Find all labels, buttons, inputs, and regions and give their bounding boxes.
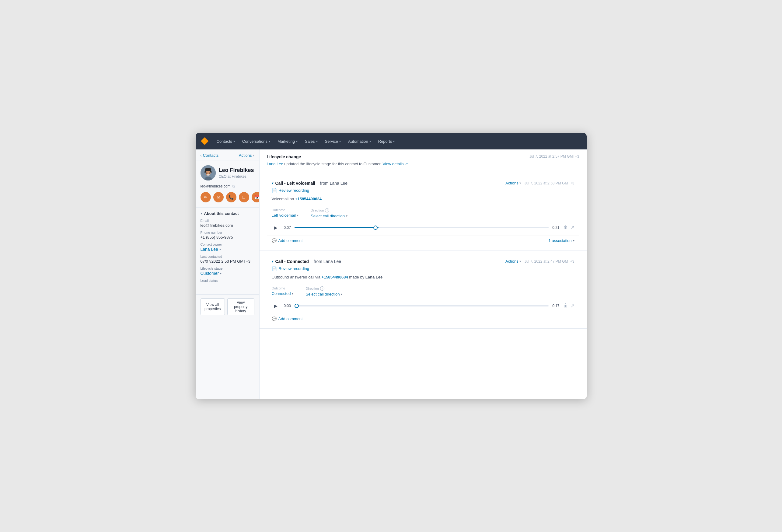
chevron-down-icon: ▾ [297,214,298,217]
nav-item-marketing[interactable]: Marketing ▾ [275,137,300,145]
main-layout: ‹ Contacts Actions ▾ [196,149,586,399]
info-icon[interactable]: i [320,286,324,291]
contact-profile: Leo Firebikes CEO at Firebikes leo@fireb… [196,161,259,208]
svg-rect-4 [206,173,208,174]
comment-icon: 💬 [272,317,277,321]
contact-name: Leo Firebikes [219,167,254,174]
direction-dropdown[interactable]: Select call direction ▾ [306,292,342,296]
field-lead-status: Lead status [201,279,254,288]
direction-dropdown[interactable]: Select call direction ▾ [311,214,348,218]
association-button[interactable]: 1 association ▾ [548,238,574,243]
progress-bar[interactable] [294,305,548,307]
nav-item-sales[interactable]: Sales ▾ [302,137,321,145]
sidebar-header: ‹ Contacts Actions ▾ [196,149,259,161]
play-button[interactable]: ▶ [272,302,280,310]
progress-bar[interactable] [294,227,548,228]
direction-col: Direction i Select call direction ▾ [311,208,348,218]
chevron-left-icon: ‹ [201,153,202,158]
outcome-col: Outcome Connected ▾ [272,286,294,296]
collapse-icon[interactable]: ▾ [272,181,274,185]
activity-header: Lifecycle change Jul 7, 2022 at 2:57 PM … [267,154,579,159]
lifecycle-dropdown[interactable]: Customer ▾ [201,271,254,276]
call-title: Call - Left voicemail from Lana Lee [275,181,348,186]
app-window: 🔶 Contacts ▾ Conversations ▾ Marketing ▾… [196,133,586,399]
chevron-down-icon: ▾ [573,239,574,242]
nav-item-service[interactable]: Service ▾ [322,137,344,145]
nav-item-conversations[interactable]: Conversations ▾ [239,137,273,145]
svg-point-7 [207,174,210,176]
contact-action-icons: ✏ ✉ 📞 □ 📅 ••• [201,192,259,202]
contact-title: CEO at Firebikes [219,174,254,179]
copy-icon[interactable]: ⧉ [232,184,235,188]
delete-icon[interactable]: 🗑 [563,224,568,230]
contact-avatar-row: Leo Firebikes CEO at Firebikes [201,165,254,180]
progress-thumb[interactable] [294,304,299,308]
progress-fill [294,227,379,228]
review-recording-link[interactable]: 📄 Review recording [267,187,579,196]
chevron-down-icon: ▾ [520,260,521,263]
view-details-link[interactable]: View details ↗ [383,162,408,166]
call-header-right: Actions ▾ Jul 7, 2022 at 2:53 PM GMT+3 [505,181,574,185]
chevron-down-icon: ▾ [269,140,270,143]
activity-lifecycle-change: Lifecycle change Jul 7, 2022 at 2:57 PM … [259,149,586,172]
field-lifecycle: Lifecycle stage Customer ▾ [201,267,254,276]
field-owner: Contact owner Lana Lee ▾ [201,243,254,252]
section-collapse-icon[interactable]: ▾ [201,212,202,215]
back-to-contacts[interactable]: ‹ Contacts [201,153,219,158]
delete-icon[interactable]: 🗑 [563,303,568,309]
avatar-image [201,165,216,180]
edit-button[interactable]: ✏ [201,192,211,202]
svg-rect-5 [209,173,210,174]
call-actions-dropdown[interactable]: Actions ▾ [505,259,521,263]
phone-link[interactable]: +15854490634 [295,197,322,201]
top-nav: 🔶 Contacts ▾ Conversations ▾ Marketing ▾… [196,133,586,149]
add-comment-button[interactable]: 💬 Add comment [272,317,303,321]
call-card-left: ▾ Call - Connected from Lana Lee [272,259,342,264]
field-email: Email leo@firebikes.com [201,219,254,228]
hubspot-logo: 🔶 [201,137,209,145]
external-link-icon[interactable]: ↗ [571,303,574,309]
progress-thumb[interactable] [374,225,378,230]
call-footer-voicemail: 💬 Add comment 1 association ▾ [267,236,579,245]
owner-dropdown[interactable]: Lana Lee ▾ [201,247,254,252]
collapse-icon[interactable]: ▾ [272,259,274,263]
task-button[interactable]: □ [239,192,249,202]
player-actions: 🗑 ↗ [563,303,574,309]
call-actions-dropdown[interactable]: Actions ▾ [505,181,521,185]
sidebar-buttons: View all properties View property histor… [196,295,259,319]
external-link-icon: ↗ [405,162,408,166]
field-last-contacted: Last contacted 07/07/2022 2:53 PM GMT+3 [201,255,254,263]
nav-item-contacts[interactable]: Contacts ▾ [214,137,238,145]
outcome-direction-row: Outcome Connected ▾ Direction i [267,283,579,299]
email-button[interactable]: ✉ [213,192,224,202]
sidebar-actions-button[interactable]: Actions ▾ [239,153,254,158]
chevron-down-icon: ▾ [219,248,221,251]
chevron-down-icon: ▾ [253,154,254,157]
phone-link[interactable]: +15854490634 [322,275,348,279]
activity-title: Lifecycle change [267,154,301,159]
call-button[interactable]: 📞 [226,192,237,202]
outcome-dropdown[interactable]: Connected ▾ [272,291,294,296]
outcome-col: Outcome Left voicemail ▾ [272,208,298,218]
add-comment-button[interactable]: 💬 Add comment [272,238,303,243]
view-property-history-button[interactable]: View property history [227,298,254,315]
info-icon[interactable]: i [325,208,329,212]
chevron-down-icon: ▾ [292,292,293,295]
section-title: About this contact [204,211,239,216]
outcome-dropdown[interactable]: Left voicemail ▾ [272,213,298,218]
call-description: Voicemail on +15854490634 [267,196,579,205]
external-link-icon[interactable]: ↗ [571,224,574,230]
view-all-properties-button[interactable]: View all properties [201,298,225,315]
chevron-down-icon: ▾ [369,140,371,143]
play-button[interactable]: ▶ [272,223,280,232]
call-footer-connected: 💬 Add comment [267,314,579,323]
review-recording-link[interactable]: 📄 Review recording [267,265,579,274]
calendar-button[interactable]: 📅 [252,192,259,202]
call-timestamp: Jul 7, 2022 at 2:53 PM GMT+3 [525,181,574,185]
activity-user-link[interactable]: Lana Lee [267,162,283,166]
chevron-down-icon: ▾ [234,140,235,143]
contact-name-block: Leo Firebikes CEO at Firebikes [219,167,254,179]
field-phone: Phone number +1 (855) 855-9875 [201,231,254,240]
nav-item-reports[interactable]: Reports ▾ [375,137,398,145]
nav-item-automation[interactable]: Automation ▾ [345,137,374,145]
